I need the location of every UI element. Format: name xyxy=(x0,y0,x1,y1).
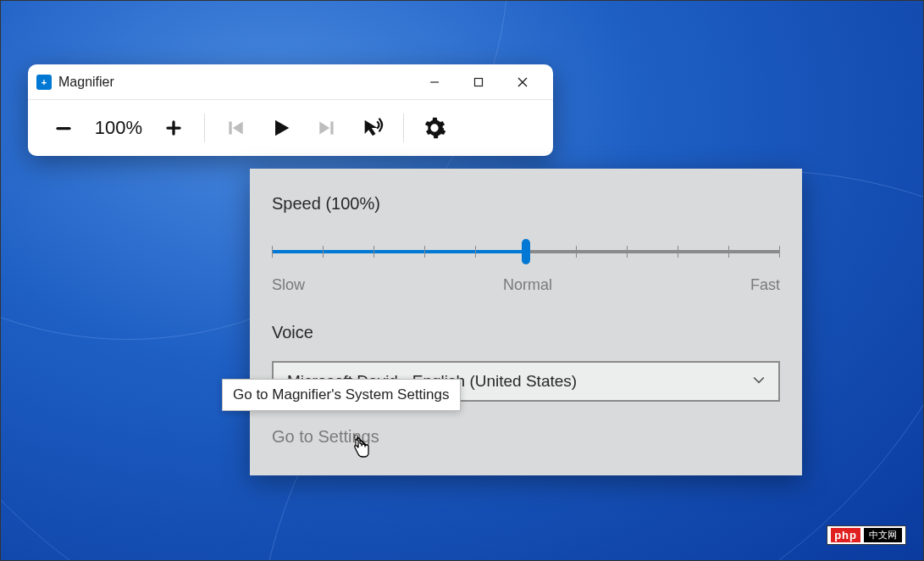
tooltip: Go to Magnifier's System Settings xyxy=(222,379,461,411)
svg-rect-8 xyxy=(330,121,333,134)
slider-label-slow: Slow xyxy=(272,276,305,294)
watermark: php 中文网 xyxy=(827,525,906,545)
hand-cursor-icon xyxy=(351,436,371,460)
slider-label-fast: Fast xyxy=(750,276,780,294)
minimize-button[interactable] xyxy=(412,64,456,100)
zoom-in-button[interactable] xyxy=(153,108,194,148)
svg-rect-6 xyxy=(172,120,174,135)
zoom-level: 100% xyxy=(89,117,148,139)
toolbar: 100% xyxy=(28,100,553,156)
play-button[interactable] xyxy=(261,108,302,148)
settings-button[interactable] xyxy=(414,108,455,148)
app-icon: + xyxy=(36,75,52,90)
maximize-button[interactable] xyxy=(456,64,501,100)
slider-label-normal: Normal xyxy=(503,276,552,294)
divider xyxy=(403,114,404,142)
speed-label: Speed (100%) xyxy=(272,194,780,214)
chevron-down-icon xyxy=(753,372,765,391)
svg-rect-1 xyxy=(475,78,483,86)
close-button[interactable] xyxy=(501,64,545,100)
settings-panel: Speed (100%) Slow Normal Fast Voice Micr… xyxy=(250,169,802,475)
slider-thumb[interactable] xyxy=(522,239,530,264)
previous-button[interactable] xyxy=(215,108,256,148)
divider xyxy=(204,114,205,142)
slider-labels: Slow Normal Fast xyxy=(272,276,780,294)
magnifier-window: + Magnifier 100% xyxy=(28,64,553,156)
window-title: Magnifier xyxy=(58,75,114,90)
read-aloud-cursor-button[interactable] xyxy=(352,108,393,148)
watermark-right: 中文网 xyxy=(864,528,902,542)
zoom-out-button[interactable] xyxy=(43,108,84,148)
voice-label: Voice xyxy=(272,323,780,342)
next-button[interactable] xyxy=(307,108,347,148)
watermark-left: php xyxy=(831,528,860,542)
speed-slider[interactable] xyxy=(272,242,780,261)
svg-rect-7 xyxy=(229,121,231,134)
titlebar: + Magnifier xyxy=(28,64,553,100)
svg-rect-4 xyxy=(56,127,70,130)
